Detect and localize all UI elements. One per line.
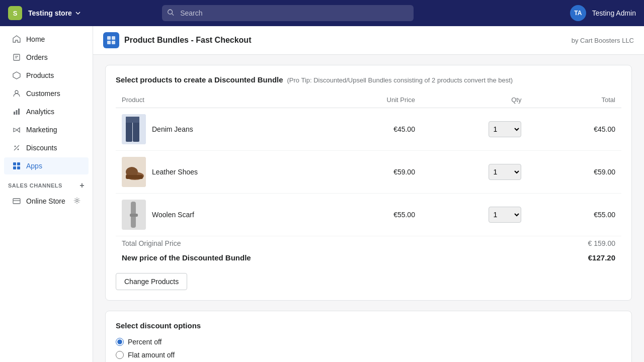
main-content: Product Bundles - Fast Checkout by Cart … <box>93 26 644 362</box>
product-total: €55.00 <box>527 194 621 236</box>
search-input[interactable] <box>162 5 414 21</box>
product-qty-select[interactable]: 123 <box>489 207 521 223</box>
svg-rect-32 <box>126 175 143 179</box>
sidebar-item-apps-label: Apps <box>26 162 42 170</box>
search-bar <box>162 5 414 21</box>
discount-card: Select discount options Percent off Flat… <box>105 311 632 362</box>
flat-amount-off-radio[interactable] <box>116 351 124 359</box>
sidebar-item-online-store[interactable]: Online Store <box>4 193 89 210</box>
qty-col-header: Qty <box>421 92 527 108</box>
product-qty-select[interactable]: 123 <box>489 121 521 137</box>
svg-rect-7 <box>14 112 15 115</box>
sidebar-item-discounts-label: Discounts <box>26 144 57 152</box>
svg-point-6 <box>15 90 18 94</box>
svg-rect-15 <box>13 166 16 169</box>
user-name-label: Testing Admin <box>592 9 636 17</box>
product-image-denim-jeans <box>122 114 146 144</box>
table-row: Denim Jeans €45.00 123 €45.00 <box>116 108 621 151</box>
sidebar-item-apps[interactable]: Apps <box>4 157 89 174</box>
sidebar-item-customers-label: Customers <box>26 89 60 98</box>
discounts-icon <box>12 143 21 152</box>
avatar: TA <box>570 5 586 21</box>
chevron-down-icon <box>75 10 81 16</box>
product-name: Woolen Scarf <box>152 211 194 219</box>
total-original-row: Total Original Price € 159.00 <box>116 236 621 251</box>
svg-point-11 <box>18 149 19 150</box>
orders-icon <box>12 53 21 62</box>
product-unit-price: €59.00 <box>325 151 421 194</box>
sidebar-item-orders-label: Orders <box>26 53 48 61</box>
store-logo-icon: S <box>8 6 22 20</box>
svg-rect-9 <box>18 109 20 115</box>
total-original-label: Total Original Price <box>116 236 527 251</box>
page-title: Product Bundles - Fast Checkout <box>124 36 251 45</box>
sidebar-item-marketing[interactable]: Marketing <box>4 121 89 138</box>
online-store-settings-icon[interactable] <box>73 197 80 206</box>
sidebar-item-products-label: Products <box>26 71 54 79</box>
sidebar-item-products[interactable]: Products <box>4 67 89 84</box>
sidebar-item-discounts[interactable]: Discounts <box>4 139 89 156</box>
total-col-header: Total <box>527 92 621 108</box>
sidebar-item-home[interactable]: Home <box>4 31 89 48</box>
app-provider-label: by Cart Boosters LLC <box>572 37 634 44</box>
new-price-row: New price of the Discounted Bundle €127.… <box>116 250 621 265</box>
sidebar-item-analytics-label: Analytics <box>26 108 54 116</box>
product-total: €59.00 <box>527 151 621 194</box>
svg-point-19 <box>76 199 78 201</box>
svg-rect-2 <box>14 54 20 60</box>
sales-channels-header: Sales Channels + <box>0 175 93 192</box>
unit-price-col-header: Unit Price <box>325 92 421 108</box>
svg-point-0 <box>168 10 173 14</box>
app-icon <box>103 32 119 48</box>
change-products-button[interactable]: Change Products <box>116 273 187 290</box>
store-name-button[interactable]: Testing store <box>28 9 81 17</box>
svg-rect-23 <box>107 41 111 44</box>
product-image-woolen-scarf <box>122 200 146 230</box>
svg-rect-21 <box>107 36 111 40</box>
product-unit-price: €45.00 <box>325 108 421 151</box>
sidebar-item-customers[interactable]: Customers <box>4 85 89 102</box>
search-icon <box>167 9 174 18</box>
new-price-label: New price of the Discounted Bundle <box>116 250 527 265</box>
products-icon <box>12 71 21 80</box>
product-qty-select[interactable]: 123 <box>489 164 521 180</box>
product-image-leather-shoes <box>122 157 146 187</box>
svg-rect-28 <box>126 117 139 123</box>
svg-rect-16 <box>17 166 20 169</box>
bundle-section-title: Select products to create a Discounted B… <box>116 75 283 84</box>
online-store-icon <box>12 197 21 206</box>
product-total: €45.00 <box>527 108 621 151</box>
svg-rect-14 <box>17 162 20 165</box>
svg-rect-13 <box>13 162 16 165</box>
sidebar: Home Orders Products Customers Analytics <box>0 26 93 362</box>
product-name: Denim Jeans <box>152 125 193 133</box>
percent-off-label: Percent off <box>128 338 162 346</box>
sidebar-item-home-label: Home <box>26 35 45 43</box>
new-price-value: €127.20 <box>527 250 621 265</box>
content-area: Select products to create a Discounted B… <box>93 55 644 362</box>
top-navigation: S Testing store TA Testing Admin <box>0 0 644 26</box>
total-original-value: € 159.00 <box>527 236 621 251</box>
online-store-label: Online Store <box>26 197 65 205</box>
product-table: Product Unit Price Qty Total <box>116 92 621 265</box>
flat-amount-off-option[interactable]: Flat amount off <box>116 351 621 359</box>
add-sales-channel-button[interactable]: + <box>79 181 85 190</box>
percent-off-option[interactable]: Percent off <box>116 338 621 346</box>
svg-line-1 <box>172 14 174 16</box>
sidebar-item-marketing-label: Marketing <box>26 126 57 134</box>
customers-icon <box>12 89 21 98</box>
svg-rect-17 <box>13 199 20 204</box>
svg-point-10 <box>15 146 16 147</box>
table-row: Leather Shoes €59.00 123 €59.00 <box>116 151 621 194</box>
page-header: Product Bundles - Fast Checkout by Cart … <box>93 26 644 55</box>
percent-off-radio[interactable] <box>116 338 124 346</box>
product-col-header: Product <box>116 92 325 108</box>
sidebar-item-orders[interactable]: Orders <box>4 49 89 66</box>
discount-section-title: Select discount options <box>116 321 621 330</box>
bundle-card: Select products to create a Discounted B… <box>105 65 632 301</box>
svg-rect-24 <box>112 41 115 44</box>
svg-rect-35 <box>130 214 138 217</box>
bundle-pro-tip: (Pro Tip: Discounted/Upsell Bundles cons… <box>287 76 513 84</box>
sidebar-item-analytics[interactable]: Analytics <box>4 103 89 120</box>
product-unit-price: €55.00 <box>325 194 421 236</box>
